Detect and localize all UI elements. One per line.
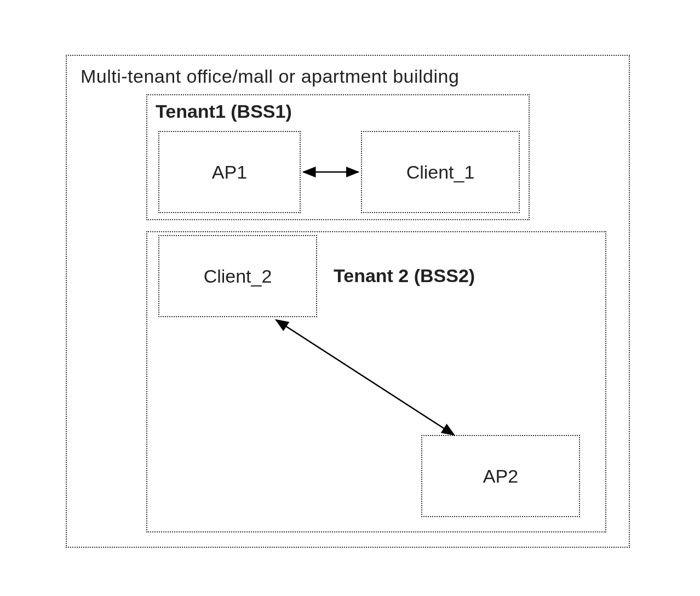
- client2-box: Client_2: [158, 235, 317, 317]
- building-title: Multi-tenant office/mall or apartment bu…: [81, 66, 459, 87]
- ap2-label: AP2: [483, 466, 518, 487]
- client1-label: Client_1: [406, 162, 475, 183]
- tenant1-box: Tenant1 (BSS1) AP1 Client_1: [146, 94, 530, 220]
- client1-box: Client_1: [361, 131, 520, 213]
- svg-line-5: [276, 320, 454, 435]
- ap1-label: AP1: [212, 162, 247, 183]
- client2-label: Client_2: [204, 266, 272, 287]
- tenant1-title: Tenant1 (BSS1): [156, 101, 292, 122]
- building-frame: Multi-tenant office/mall or apartment bu…: [66, 55, 630, 548]
- tenant2-title: Tenant 2 (BSS2): [334, 265, 475, 286]
- tenant2-box: Tenant 2 (BSS2) Client_2 AP2: [146, 231, 606, 532]
- ap1-box: AP1: [158, 131, 301, 213]
- ap2-box: AP2: [421, 435, 580, 517]
